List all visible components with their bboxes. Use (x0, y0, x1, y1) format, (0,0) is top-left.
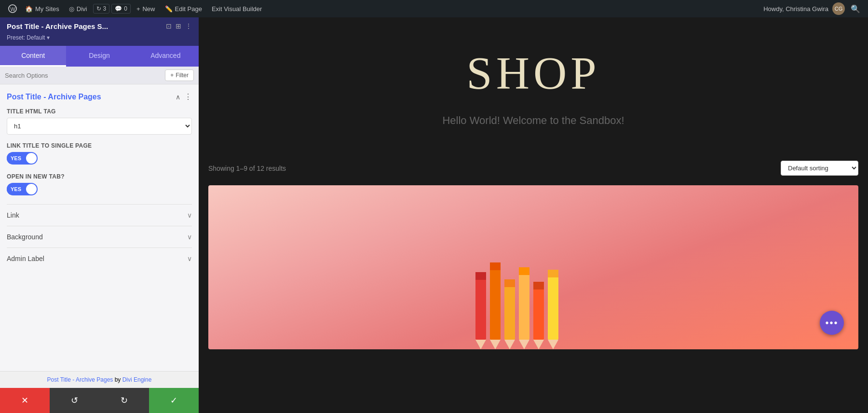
svg-rect-10 (504, 279, 515, 287)
redo-icon: ↻ (121, 395, 128, 406)
background-chevron-icon: ∨ (187, 233, 192, 241)
cancel-icon: ✕ (21, 395, 28, 406)
undo-button[interactable]: ↺ (50, 388, 99, 413)
title-html-tag-label: Title HTML Tag (7, 108, 192, 115)
plus-icon: + (136, 5, 140, 13)
open-new-tab-toggle[interactable]: YES (7, 183, 192, 195)
svg-marker-15 (533, 340, 544, 349)
svg-rect-16 (533, 282, 544, 289)
save-icon: ✓ (170, 395, 177, 406)
link-section: Link ∨ (7, 204, 192, 226)
svg-rect-17 (548, 270, 558, 340)
svg-rect-13 (519, 267, 529, 275)
filter-icon: + (170, 72, 174, 79)
link-chevron-icon: ∨ (187, 211, 192, 219)
svg-marker-12 (519, 340, 529, 349)
title-html-tag-field: Title HTML Tag h1 h2 h3 h4 h5 h6 p span (7, 108, 192, 135)
redo-button[interactable]: ↻ (99, 388, 149, 413)
product-image-area: ••• (208, 185, 858, 349)
search-input[interactable] (5, 72, 162, 79)
section-more-icon[interactable]: ⋮ (184, 92, 192, 101)
bar-item-exit-builder[interactable]: Exit Visual Builder (208, 3, 266, 14)
collapse-icon[interactable]: ∧ (176, 93, 180, 101)
grid-icon[interactable]: ⊞ (176, 22, 181, 30)
svg-marker-9 (504, 340, 515, 349)
background-section: Background ∨ (7, 226, 192, 248)
open-new-tab-field: Open In New Tab? YES (7, 173, 192, 195)
pencil-icon: ✏️ (165, 5, 173, 13)
bottom-bar: ✕ ↺ ↻ ✓ (0, 388, 199, 413)
panel-footer: Post Title - Archive Pages by Divi Engin… (0, 371, 199, 388)
shop-hero: SHOP Hello World! Welcome to the Sandbox… (199, 17, 868, 161)
svg-rect-11 (519, 267, 529, 340)
pencils-illustration (461, 253, 606, 349)
section-title: Post Title - Archive Pages (7, 93, 101, 101)
svg-rect-14 (533, 282, 544, 340)
bar-right: Howdy, Christina Gwira CG 🔍 (763, 2, 862, 15)
tab-design[interactable]: Design (66, 46, 132, 67)
section-header: Post Title - Archive Pages ∧ ⋮ (7, 92, 192, 101)
svg-rect-8 (504, 279, 515, 340)
footer-author-link[interactable]: Divi Engine (122, 376, 152, 383)
shop-bar: Showing 1–9 of 12 results Default sortin… (199, 161, 868, 185)
sort-select[interactable]: Default sorting Popularity Rating Price:… (781, 161, 858, 176)
preset-label[interactable]: Preset: Default ▾ (7, 34, 50, 41)
svg-rect-2 (475, 272, 486, 340)
toggle-knob (26, 153, 37, 164)
background-section-label: Background (7, 233, 43, 241)
panel-content: Post Title - Archive Pages ∧ ⋮ Title HTM… (0, 84, 199, 371)
panel-header: Post Title - Archive Pages S... ⊡ ⊞ ⋮ (0, 17, 199, 33)
svg-marker-3 (475, 340, 486, 349)
wp-admin-bar: W 🏠 My Sites ◎ Divi ↻ 3 💬 0 + New ✏️ Edi… (0, 0, 868, 17)
window-icon[interactable]: ⊡ (166, 22, 172, 30)
svg-rect-19 (548, 270, 558, 277)
save-button[interactable]: ✓ (149, 388, 199, 413)
bar-item-comments[interactable]: 💬 0 (111, 4, 131, 14)
bar-item-updates[interactable]: ↻ 3 (93, 4, 110, 14)
link-title-field: Link Title to Single Page YES (7, 142, 192, 165)
admin-label-section-label: Admin Label (7, 255, 44, 262)
panel-tabs: Content Design Advanced (0, 46, 199, 67)
user-greeting: Howdy, Christina Gwira (763, 5, 828, 13)
cancel-button[interactable]: ✕ (0, 388, 50, 413)
bar-item-mysites[interactable]: 🏠 My Sites (21, 3, 63, 14)
background-section-header[interactable]: Background ∨ (7, 233, 192, 241)
fab-icon: ••• (825, 317, 838, 329)
footer-module-link[interactable]: Post Title - Archive Pages (47, 376, 113, 383)
tab-content[interactable]: Content (0, 46, 66, 67)
panel-header-icons: ⊡ ⊞ ⋮ (166, 22, 192, 30)
tab-advanced[interactable]: Advanced (133, 46, 199, 67)
preview-content: SHOP Hello World! Welcome to the Sandbox… (199, 17, 868, 413)
link-section-header[interactable]: Link ∨ (7, 211, 192, 219)
fab-button[interactable]: ••• (820, 311, 844, 335)
preset-bar: Preset: Default ▾ (0, 33, 199, 46)
search-icon[interactable]: 🔍 (849, 2, 862, 15)
bar-item-new[interactable]: + New (133, 3, 159, 14)
wp-logo[interactable]: W (6, 2, 19, 15)
panel-title: Post Title - Archive Pages S... (7, 22, 108, 30)
product-image-bg: ••• (208, 185, 858, 349)
open-new-tab-label: Open In New Tab? (7, 173, 192, 180)
toggle-knob-2 (26, 184, 37, 194)
link-title-label: Link Title to Single Page (7, 142, 192, 149)
admin-label-section: Admin Label ∨ (7, 248, 192, 269)
section-icons: ∧ ⋮ (176, 92, 192, 101)
results-text: Showing 1–9 of 12 results (208, 165, 286, 172)
svg-marker-18 (548, 340, 558, 349)
home-icon: 🏠 (25, 5, 33, 13)
filter-button[interactable]: + Filter (165, 69, 194, 81)
bar-item-edit-page[interactable]: ✏️ Edit Page (161, 3, 206, 14)
bar-item-divi[interactable]: ◎ Divi (65, 3, 91, 14)
link-title-toggle[interactable]: YES (7, 152, 192, 165)
shop-subtitle: Hello World! Welcome to the Sandbox! (208, 114, 858, 127)
admin-label-section-header[interactable]: Admin Label ∨ (7, 255, 192, 262)
svg-rect-4 (475, 272, 486, 280)
title-html-tag-select[interactable]: h1 h2 h3 h4 h5 h6 p span (7, 118, 192, 135)
avatar: CG (832, 2, 845, 15)
left-panel: Post Title - Archive Pages S... ⊡ ⊞ ⋮ Pr… (0, 17, 199, 413)
more-icon[interactable]: ⋮ (185, 22, 192, 30)
undo-icon: ↺ (71, 395, 78, 406)
search-bar: + Filter (0, 67, 199, 84)
admin-label-chevron-icon: ∨ (187, 255, 192, 262)
svg-marker-6 (490, 340, 501, 349)
